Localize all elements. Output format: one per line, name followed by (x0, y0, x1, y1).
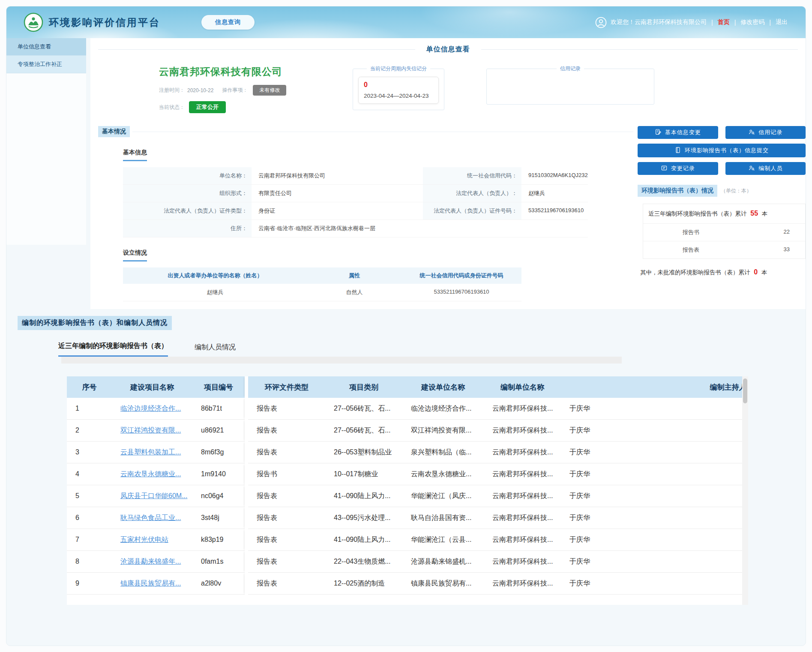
header-cell-lead: 编制主持人 (561, 376, 742, 398)
logout-link[interactable]: 退出 (776, 18, 788, 26)
tab-recent-reports[interactable]: 近三年编制的环境影响报告书（表） (58, 342, 168, 357)
cell-agency: 云南君邦环保科技... (484, 463, 561, 485)
cell-doc-type: 报告表 (248, 529, 325, 551)
change-record-button[interactable]: 变更记录 (638, 162, 718, 175)
field-label: 组织形式： (123, 185, 252, 202)
sidebar-item-rectification[interactable]: 专项整治工作补正 (6, 56, 86, 73)
fixed-column-gap (245, 398, 248, 420)
cell-project-code: a2l80v (192, 573, 245, 595)
table-row: 5凤庆县干口华能60M...nc06g4报告表41--090陆上风力...华能澜… (67, 485, 742, 507)
scrollbar-thumb[interactable] (743, 379, 747, 403)
project-name-link[interactable]: 云县塑料包装加工... (112, 442, 192, 463)
staff-button[interactable]: 编制人员 (725, 162, 806, 175)
stats-row-value: 22 (784, 228, 790, 236)
cell-owner: 华能澜沧江（云县... (402, 529, 484, 551)
cell-project-code: 86b71t (192, 398, 245, 420)
table-vertical-scrollbar[interactable] (742, 376, 748, 605)
cell-doc-type: 报告表 (248, 573, 325, 595)
cell-project-code: 3st48j (192, 507, 245, 529)
company-summary: 云南君邦环保科技有限公司 注册时间： 2020-10-22 操作事项： 未有修改… (90, 54, 806, 113)
project-name-link[interactable]: 镇康县民族贸易有... (112, 573, 192, 595)
action-panel: 基本信息变更 信用记录 (638, 126, 806, 301)
home-link[interactable]: 首页 (718, 18, 730, 26)
cell-seq: 7 (67, 529, 112, 551)
company-name: 云南君邦环保科技有限公司 (159, 65, 351, 78)
table-row: 9镇康县民族贸易有...a2l80v报告表12--025酒的制造镇康县民族贸易有… (67, 573, 742, 595)
report-submit-button[interactable]: 环境影响报告书（表）信息提交 (638, 144, 806, 157)
table-row: 2双江祥鸿投资有限...u86921报告表27--056砖瓦、石...双江祥鸿投… (67, 420, 742, 442)
header-cell-category: 项目类别 (325, 376, 402, 398)
cell-owner: 临沧边境经济合作... (402, 398, 484, 420)
cell-owner: 泉兴塑料制品（临... (402, 442, 484, 463)
divider (481, 49, 798, 50)
cell-owner: 沧源县勐来锦盛机... (402, 551, 484, 573)
fixed-column-gap (245, 551, 248, 573)
score-period: 2023-04-24—2024-04-23 (364, 93, 433, 99)
project-name-link[interactable]: 耿马绿色食品工业... (112, 507, 192, 529)
top-bar: 环境影响评价信用平台 信息查询 欢迎您！云南君邦环保科技有限公司 | 首页 | … (6, 6, 806, 38)
cell-category: 10--017制糖业 (325, 463, 402, 485)
cell-project-code: nc06g4 (192, 485, 245, 507)
cell-agency: 云南君邦环保科技... (484, 507, 561, 529)
sidebar: 单位信息查看 专项整治工作补正 (6, 38, 86, 245)
cell-seq: 5 (67, 485, 112, 507)
fixed-column-gap (245, 529, 248, 551)
cell-seq: 9 (67, 573, 112, 595)
cell-lead: 于庆华 (561, 573, 742, 595)
cell-seq: 3 (67, 442, 112, 463)
cell-doc-type: 报告表 (248, 398, 325, 420)
project-name-link[interactable]: 临沧边境经济合作... (112, 398, 192, 420)
tab-basic-info[interactable]: 基本信息 (123, 149, 147, 161)
person-search-icon (748, 165, 755, 173)
project-name-link[interactable]: 五家村光伏电站 (112, 529, 192, 551)
button-label: 环境影响报告书（表）信息提交 (685, 147, 769, 154)
cell-doc-type: 报告书 (248, 463, 325, 485)
change-password-link[interactable]: 修改密码 (740, 18, 764, 26)
cell-owner: 华能澜沧江（凤庆... (402, 485, 484, 507)
reports-section: 编制的环境影响报告书（表）和编制人员情况 近三年编制的环境影响报告书（表） 编制… (6, 309, 806, 605)
project-name-link[interactable]: 云南农垦永德糖业... (112, 463, 192, 485)
cell-category: 41--090陆上风力... (325, 529, 402, 551)
basic-info-change-button[interactable]: 基本信息变更 (638, 126, 718, 139)
separator: | (734, 19, 737, 26)
cell-doc-type: 报告表 (248, 442, 325, 463)
platform-logo-icon (24, 12, 43, 32)
cell-lead: 于庆华 (561, 507, 742, 529)
stats-row-label: 报告书 (683, 228, 699, 236)
project-name-link[interactable]: 凤庆县干口华能60M... (112, 485, 192, 507)
stats-total-line: 近三年编制环境影响报告书（表）累计 55 本 (643, 204, 805, 223)
tab-staff-info[interactable]: 编制人员情况 (195, 343, 236, 357)
table-row: 1临沧边境经济合作...86b71t报告表27--056砖瓦、石...临沧边境经… (67, 398, 742, 420)
basic-info-form: 单位名称： 云南君邦环保科技有限公司 统一社会信用代码： 91510302MA6… (123, 167, 521, 237)
fixed-column-gap (245, 463, 248, 485)
cell-lead: 于庆华 (561, 442, 742, 463)
report-book-icon (674, 147, 681, 155)
cell-agency: 云南君邦环保科技... (484, 529, 561, 551)
cell-project-code: 1m9140 (192, 463, 245, 485)
setup-name-value: 赵继兵 (123, 284, 307, 301)
credit-record-button[interactable]: 信用记录 (725, 126, 806, 139)
fixed-column-gap (245, 376, 248, 398)
stats-row-book: 报告书 22 (643, 223, 805, 241)
tab-setup-info[interactable]: 设立情况 (123, 249, 147, 261)
cell-lead: 于庆华 (561, 398, 742, 420)
reports-tabs: 近三年编制的环境影响报告书（表） 编制人员情况 (58, 342, 806, 357)
setup-attr-value: 自然人 (307, 284, 402, 301)
reports-table: 序号建设项目名称项目编号环评文件类型项目类别建设单位名称编制单位名称编制主持人 … (67, 376, 748, 605)
info-query-nav-button[interactable]: 信息查询 (201, 15, 255, 30)
sidebar-item-unit-info[interactable]: 单位信息查看 (6, 38, 86, 56)
credit-box-legend: 信用记录 (557, 65, 584, 72)
cell-agency: 云南君邦环保科技... (484, 551, 561, 573)
stats-total-value: 55 (748, 210, 760, 217)
stats-box: 近三年编制环境影响报告书（表）累计 55 本 报告书 22 报告表 33 (643, 204, 806, 259)
field-label: 单位名称： (123, 167, 252, 185)
project-name-link[interactable]: 沧源县勐来锦盛年... (112, 551, 192, 573)
cell-category: 41--090陆上风力... (325, 485, 402, 507)
cell-doc-type: 报告表 (248, 485, 325, 507)
status-badge: 正常公开 (189, 101, 226, 113)
user-avatar-icon (595, 17, 607, 28)
project-name-link[interactable]: 双江祥鸿投资有限... (112, 420, 192, 442)
setup-table: 出资人或者举办单位等的名称（姓名） 属性 统一社会信用代码或身份证件号码 赵继兵… (123, 267, 521, 301)
reports-table-header: 序号建设项目名称项目编号环评文件类型项目类别建设单位名称编制单位名称编制主持人 (67, 376, 742, 398)
operation-label: 操作事项： (222, 87, 248, 94)
